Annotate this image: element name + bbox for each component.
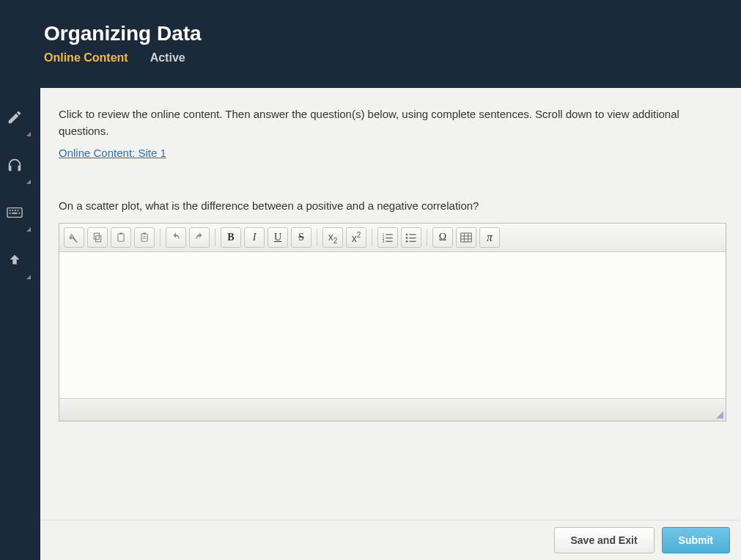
underline-button[interactable]: U (268, 227, 288, 248)
svg-rect-6 (12, 213, 17, 214)
upload-icon (7, 252, 23, 268)
footer-bar: Save and Exit Submit (40, 520, 741, 560)
special-char-button[interactable]: Ω (432, 227, 453, 248)
svg-rect-7 (19, 213, 21, 214)
svg-point-26 (406, 240, 408, 243)
svg-rect-13 (143, 233, 146, 235)
online-content-link[interactable]: Online Content: Site 1 (59, 147, 166, 159)
sidebar-tool-headphones[interactable] (0, 150, 29, 180)
svg-rect-28 (461, 233, 472, 242)
strikethrough-button[interactable]: S (291, 227, 311, 248)
scissors-icon (69, 232, 79, 243)
equation-button[interactable]: π (479, 227, 500, 248)
svg-rect-4 (18, 210, 19, 211)
superscript-button[interactable]: x2 (346, 227, 366, 248)
sidebar (0, 95, 29, 275)
svg-rect-5 (10, 213, 11, 214)
tab-online-content[interactable]: Online Content (44, 51, 128, 65)
separator (160, 229, 161, 246)
unordered-list-icon (405, 232, 417, 243)
sidebar-tool-keyboard[interactable] (0, 198, 29, 227)
question-text: On a scatter plot, what is the differenc… (59, 199, 726, 212)
svg-rect-3 (15, 210, 16, 211)
instructions-text: Click to review the online content. Then… (59, 106, 726, 139)
separator (317, 229, 317, 246)
editor-toolbar: B I U S x2 x2 123 Ω π (59, 224, 726, 252)
svg-text:3: 3 (383, 240, 385, 243)
page-title: Organizing Data (44, 22, 741, 45)
italic-button[interactable]: I (244, 227, 265, 248)
save-exit-button[interactable]: Save and Exit (554, 527, 655, 553)
table-button[interactable] (456, 227, 476, 248)
pencil-icon (7, 109, 23, 125)
svg-point-24 (406, 237, 408, 239)
content-panel: Click to review the online content. Then… (40, 88, 741, 520)
undo-button[interactable] (166, 227, 186, 248)
paste-plain-button[interactable] (134, 227, 155, 248)
keyboard-icon (7, 207, 23, 218)
svg-point-22 (406, 234, 408, 236)
ordered-list-icon: 123 (382, 232, 394, 243)
ordered-list-button[interactable]: 123 (377, 227, 398, 248)
editor-resize-handle[interactable] (59, 399, 726, 421)
copy-button[interactable] (87, 227, 108, 248)
clipboard-icon (116, 232, 126, 243)
redo-icon (194, 232, 204, 243)
redo-button[interactable] (189, 227, 210, 248)
table-icon (460, 232, 472, 243)
rich-text-editor: B I U S x2 x2 123 Ω π (59, 223, 726, 421)
sidebar-tool-upload[interactable] (0, 246, 29, 275)
svg-rect-1 (10, 210, 11, 211)
separator (215, 229, 215, 246)
tab-active[interactable]: Active (150, 51, 185, 65)
sidebar-tool-pencil[interactable] (0, 103, 29, 132)
subscript-button[interactable]: x2 (322, 227, 343, 248)
editor-textarea[interactable] (59, 252, 726, 399)
submit-button[interactable]: Submit (662, 527, 730, 553)
svg-rect-2 (12, 210, 13, 211)
bold-button[interactable]: B (221, 227, 241, 248)
superscript-label: x2 (352, 231, 361, 244)
undo-icon (171, 232, 181, 243)
separator (427, 229, 427, 246)
separator (372, 229, 372, 246)
subscript-label: x2 (328, 231, 338, 245)
cut-button[interactable] (64, 227, 84, 248)
paste-button[interactable] (111, 227, 131, 248)
tabs: Online Content Active (44, 51, 741, 65)
copy-icon (92, 232, 103, 243)
svg-rect-12 (141, 234, 147, 242)
svg-rect-11 (119, 233, 122, 235)
headphones-icon (7, 157, 23, 173)
unordered-list-button[interactable] (401, 227, 421, 248)
clipboard-text-icon (139, 232, 150, 243)
svg-rect-10 (118, 234, 124, 242)
